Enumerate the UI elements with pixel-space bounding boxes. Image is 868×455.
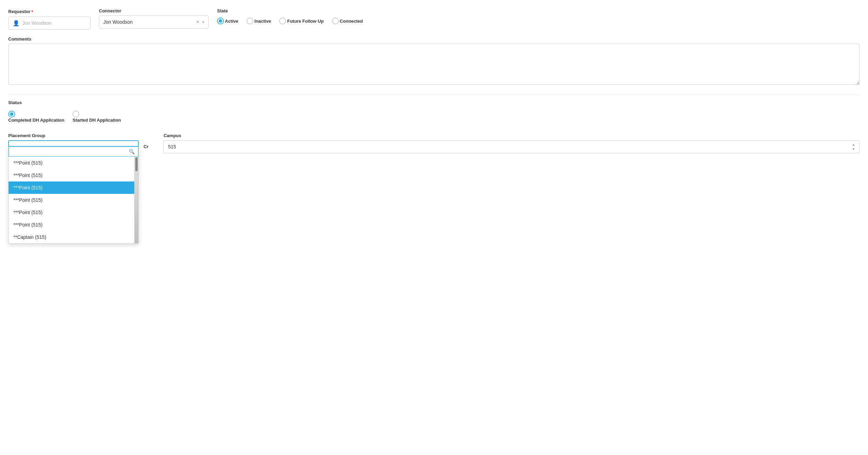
dropdown-search-input[interactable]: [12, 149, 129, 154]
connector-label: Connector: [99, 8, 209, 13]
status-completed-option[interactable]: Completed DH Application: [8, 111, 64, 123]
person-icon: 👤: [13, 20, 20, 26]
dropdown-item-5[interactable]: ***Point (515): [9, 219, 134, 231]
placement-group-label: Placement Group: [8, 133, 139, 138]
search-icon: 🔍: [129, 149, 135, 154]
status-completed-radio[interactable]: [8, 111, 15, 118]
connector-arrow-icon[interactable]: ▾: [202, 20, 204, 24]
state-connected-option[interactable]: Connected: [332, 18, 363, 24]
campus-value: 515: [168, 144, 176, 149]
requestor-placeholder: Jon Woodson: [22, 20, 52, 26]
status-radio-group: Completed DH Application Started DH Appl…: [8, 109, 860, 126]
status-label: Status: [8, 100, 860, 105]
dropdown-item-2[interactable]: ***Point (515): [9, 181, 134, 194]
dropdown-items: ***Point (515) ***Point (515) ***Point (…: [9, 157, 134, 243]
dropdown-scrollbar[interactable]: [134, 157, 138, 243]
dropdown-item-1[interactable]: ***Point (515): [9, 169, 134, 181]
campus-label: Campus: [163, 133, 860, 138]
dropdown-list-area: ***Point (515) ***Point (515) ***Point (…: [9, 157, 138, 243]
state-connected-radio[interactable]: [332, 18, 339, 24]
scrollbar-thumb[interactable]: [135, 157, 138, 171]
requestor-input[interactable]: 👤 Jon Woodson: [8, 16, 91, 30]
state-future-option[interactable]: Future Follow Up: [279, 18, 323, 24]
dropdown-item-0[interactable]: ***Point (515): [9, 157, 134, 169]
dropdown-item-4[interactable]: ***Point (515): [9, 206, 134, 219]
state-inactive-option[interactable]: Inactive: [247, 18, 271, 24]
spinner-up-icon[interactable]: ▲: [852, 143, 855, 146]
state-label: State: [217, 8, 860, 13]
connector-value: Jon Woodson: [103, 19, 133, 25]
spinner-down-icon[interactable]: ▼: [852, 147, 855, 151]
connector-select[interactable]: Jon Woodson ✕ ▾: [99, 15, 209, 29]
cr-label: Cr: [144, 144, 148, 149]
section-divider: [8, 94, 860, 95]
campus-input[interactable]: 515 ▲ ▼: [163, 140, 860, 153]
dropdown-item-3[interactable]: ***Point (515): [9, 194, 134, 206]
state-radio-group: Active Inactive Future Follow Up Connect…: [217, 15, 860, 24]
status-started-option[interactable]: Started DH Application: [72, 111, 121, 123]
state-inactive-radio[interactable]: [247, 18, 253, 24]
connector-clear-icon[interactable]: ✕: [196, 20, 199, 24]
dropdown-item-6[interactable]: **Captain (515): [9, 231, 134, 243]
status-started-radio[interactable]: [72, 111, 79, 118]
requestor-label: Requestor •: [8, 8, 91, 14]
placement-dropdown: 🔍 ***Point (515) ***Point (515) ***Point…: [8, 146, 139, 244]
campus-spinner[interactable]: ▲ ▼: [852, 143, 855, 151]
dropdown-search-box: 🔍: [9, 147, 138, 157]
state-future-radio[interactable]: [279, 18, 286, 24]
state-active-option[interactable]: Active: [217, 18, 238, 24]
comments-label: Comments: [8, 36, 860, 42]
state-active-radio[interactable]: [217, 18, 224, 24]
required-indicator: •: [31, 8, 33, 14]
comments-textarea[interactable]: [8, 44, 860, 85]
